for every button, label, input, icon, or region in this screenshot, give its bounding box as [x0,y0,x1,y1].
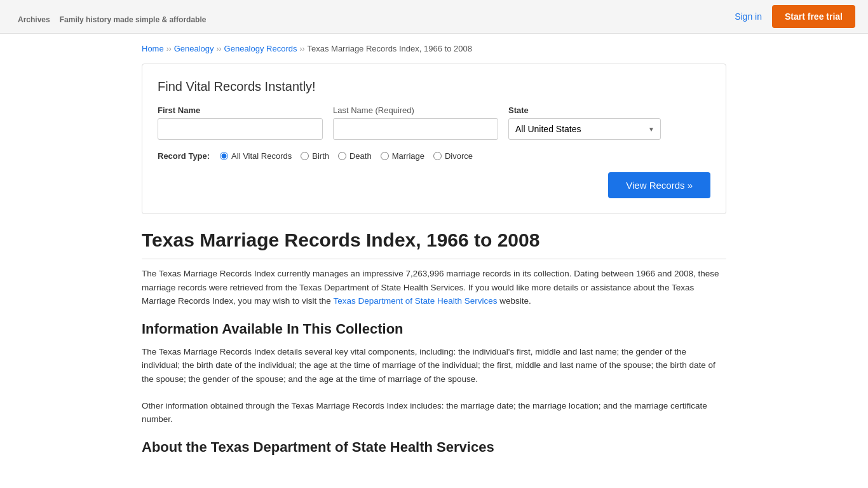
site-logo: Archives Family history made simple & af… [13,6,206,27]
state-select-wrapper: All United States Alabama Alaska Arizona… [508,118,661,140]
tdhs-link[interactable]: Texas Department of State Health Service… [333,296,497,306]
radio-divorce[interactable]: Divorce [433,151,473,161]
radio-all-vital[interactable]: All Vital Records [220,151,292,161]
tagline: Family history made simple & affordable [60,15,207,24]
breadcrumb-genealogy-records[interactable]: Genealogy Records [224,44,297,53]
radio-options: All Vital Records Birth Death Marriage D… [220,151,473,161]
state-select[interactable]: All United States Alabama Alaska Arizona… [508,118,661,140]
breadcrumb-sep-3: ›› [299,44,304,53]
radio-death[interactable]: Death [338,151,372,161]
radio-birth-label: Birth [312,151,329,161]
breadcrumb-genealogy[interactable]: Genealogy [174,44,214,53]
radio-all-input[interactable] [220,152,228,160]
section2-heading: About the Texas Department of State Heal… [142,439,726,456]
intro-end: website. [499,296,531,306]
search-box: Find Vital Records Instantly! First Name… [142,64,726,214]
start-trial-button[interactable]: Start free trial [772,5,855,28]
site-header: Archives Family history made simple & af… [0,0,868,34]
radio-marriage-label: Marriage [392,151,424,161]
header-logo-area: Archives Family history made simple & af… [13,6,206,27]
first-name-input[interactable] [158,118,323,140]
search-fields: First Name Last Name (Required) State Al… [158,105,710,140]
radio-marriage[interactable]: Marriage [381,151,424,161]
view-records-button[interactable]: View Records » [608,172,710,198]
radio-death-label: Death [349,151,372,161]
sign-in-link[interactable]: Sign in [735,11,762,22]
breadcrumb: Home ›› Genealogy ›› Genealogy Records ›… [142,44,726,53]
logo-text: Archives [18,15,50,24]
last-name-label: Last Name (Required) [333,105,498,115]
first-name-field-group: First Name [158,105,323,140]
radio-all-label: All Vital Records [231,151,292,161]
state-field-group: State All United States Alabama Alaska A… [508,105,661,140]
radio-birth-input[interactable] [301,152,309,160]
first-name-label: First Name [158,105,323,115]
intro-paragraph: The Texas Marriage Records Index current… [142,267,726,308]
last-name-field-group: Last Name (Required) [333,105,498,140]
section1-text: The Texas Marriage Records Index details… [142,345,726,386]
radio-divorce-label: Divorce [445,151,473,161]
radio-death-input[interactable] [338,152,346,160]
section1-text2: Other information obtained through the T… [142,399,726,426]
breadcrumb-sep-1: ›› [166,44,172,53]
header-actions: Sign in Start free trial [735,5,855,28]
view-records-row: View Records » [158,172,710,198]
section1-heading: Information Available In This Collection [142,321,726,337]
breadcrumb-home[interactable]: Home [142,44,164,53]
breadcrumb-current: Texas Marriage Records Index, 1966 to 20… [307,44,471,53]
last-name-input[interactable] [333,118,498,140]
page-title: Texas Marriage Records Index, 1966 to 20… [142,229,726,259]
breadcrumb-sep-2: ›› [217,44,222,53]
record-type-row: Record Type: All Vital Records Birth Dea… [158,151,710,161]
radio-marriage-input[interactable] [381,152,389,160]
state-label: State [508,105,661,115]
record-type-label: Record Type: [158,151,210,161]
radio-birth[interactable]: Birth [301,151,329,161]
search-box-heading: Find Vital Records Instantly! [158,79,710,94]
main-content: Home ›› Genealogy ›› Genealogy Records ›… [129,34,739,473]
radio-divorce-input[interactable] [433,152,442,160]
